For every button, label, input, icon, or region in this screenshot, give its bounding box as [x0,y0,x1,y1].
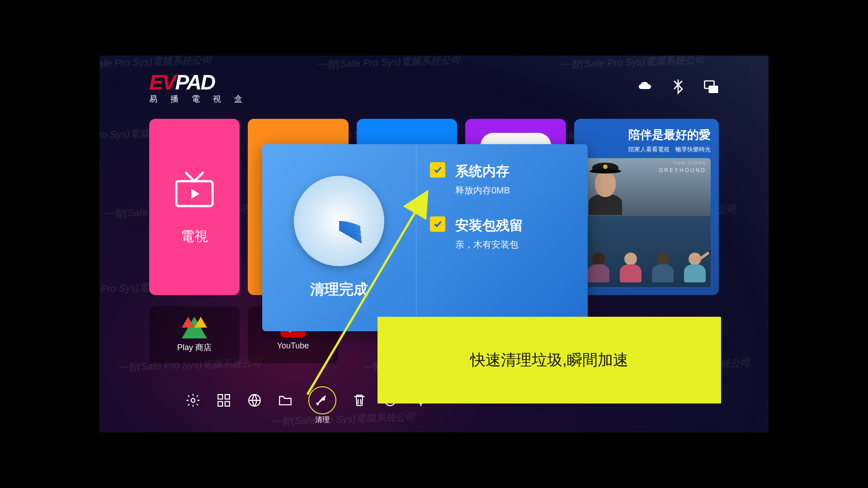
header: EVPAD 易 播 電 視 盒 [149,69,719,105]
app-play-label: Play 商店 [177,342,212,353]
grid-icon [216,393,231,408]
trash-icon [352,393,367,408]
promo-title: 陪伴是最好的愛 [628,127,711,143]
tile-tv-label: 電視 [181,227,208,246]
folder-icon [278,393,293,408]
svg-rect-6 [225,394,230,399]
check-icon [430,162,445,178]
svg-rect-8 [225,402,230,406]
brand-logo: EVPAD 易 播 電 視 盒 [149,70,248,104]
promo-actor: TOM HANKS [674,161,706,165]
clean-item-packages: 安装包残留 亲，木有安装包 [430,216,574,251]
launcher-screen: 一智(Safe Pro Sys)電腦系統公司 一智(Safe Pro Sys)電… [99,56,769,432]
memory-title: 系统内存 [455,162,510,181]
svg-rect-5 [218,394,222,399]
check-icon [430,216,445,232]
memory-detail: 释放内存0MB [455,184,510,197]
promo-movie-title: GREYHOUND [659,167,706,174]
svg-point-4 [191,399,195,403]
network-icon [703,78,719,96]
tile-tv[interactable]: 電視 [149,119,240,295]
packages-detail: 亲，木有安装包 [455,239,523,251]
apps-button[interactable] [216,393,231,408]
weather-icon [637,78,654,96]
svg-point-10 [323,398,325,400]
globe-icon [247,393,262,408]
radar-icon [294,176,384,266]
svg-rect-2 [709,86,718,94]
promo-art: TOM HANKS GREYHOUND [582,158,711,287]
files-button[interactable] [278,393,293,408]
annotation-tip: 快速清理垃圾,瞬間加速 [377,317,721,404]
tile-promo[interactable]: 陪伴是最好的愛 陪家人看看電視 暢享快樂時光 TOM HANKS GREYHOU… [574,119,719,295]
app-play-store[interactable]: Play 商店 [149,306,240,363]
captain-figure [586,163,624,215]
app-youtube-label: YouTube [277,341,309,351]
browser-button[interactable] [247,393,262,408]
svg-rect-7 [218,402,222,406]
clean-label: 清理 [315,415,330,425]
play-store-icon [182,317,207,338]
rocket-icon [315,393,330,408]
bluetooth-icon [670,78,686,96]
settings-button[interactable] [185,393,201,408]
clean-item-memory: 系统内存 释放内存0MB [430,162,574,197]
gear-icon [185,393,201,408]
tv-icon [172,169,217,209]
packages-title: 安装包残留 [455,216,523,235]
promo-subtitle: 陪家人看看電視 暢享快樂時光 [628,145,711,154]
status-bar [637,78,719,96]
tip-text: 快速清理垃圾,瞬間加速 [470,350,628,371]
clean-button[interactable]: 清理 [308,386,336,414]
clean-status: 清理完成 [310,280,368,300]
cleaner-dialog: 清理完成 系统内存 释放内存0MB 安装包残留 亲，木有安装包 [262,144,588,331]
trash-button[interactable] [352,393,367,408]
